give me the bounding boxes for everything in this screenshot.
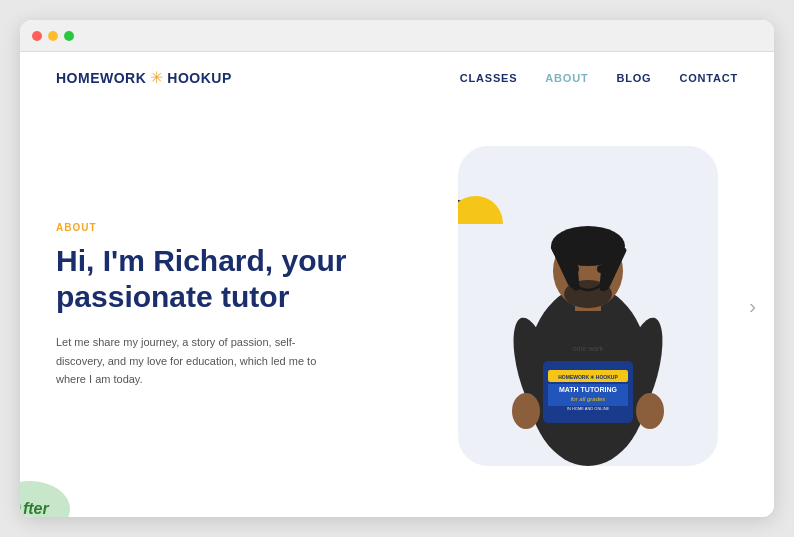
person-figure: HOMEWORK ✳ HOOKUP MATH TUTORING for all … [478, 176, 698, 466]
svg-point-23 [597, 265, 605, 273]
logo[interactable]: HOMEWORK ✳ HOOKUP [56, 68, 232, 87]
headline: Hi, I'm Richard, your passionate tutor [56, 243, 396, 315]
svg-point-3 [512, 393, 540, 429]
left-content: ABOUT Hi, I'm Richard, your passionate t… [56, 222, 396, 389]
browser-chrome [20, 20, 774, 52]
after-label: After [20, 500, 49, 517]
next-arrow-icon[interactable]: › [749, 294, 756, 317]
svg-point-4 [636, 393, 664, 429]
minimize-dot[interactable] [48, 31, 58, 41]
svg-text:IN HOME AND ONLINE: IN HOME AND ONLINE [567, 406, 610, 411]
right-content: HOMEWORK ✳ HOOKUP MATH TUTORING for all … [438, 103, 738, 508]
about-label: ABOUT [56, 222, 396, 233]
close-dot[interactable] [32, 31, 42, 41]
logo-homework: HOMEWORK [56, 70, 146, 86]
main-section: ABOUT Hi, I'm Richard, your passionate t… [20, 103, 774, 508]
svg-point-22 [571, 265, 579, 273]
svg-text:HOMEWORK ✳ HOOKUP: HOMEWORK ✳ HOOKUP [558, 374, 618, 380]
main-nav: CLASSES ABOUT BLOG CONTACT [460, 72, 738, 84]
svg-text:MATH TUTORING: MATH TUTORING [559, 386, 618, 393]
description-text: Let me share my journey, a story of pass… [56, 333, 336, 389]
svg-text:ome work: ome work [573, 345, 604, 352]
header: HOMEWORK ✳ HOOKUP CLASSES ABOUT BLOG CON… [20, 52, 774, 103]
maximize-dot[interactable] [64, 31, 74, 41]
svg-text:for all grades: for all grades [571, 396, 606, 402]
headline-line1: Hi, I'm Richard, your [56, 244, 347, 277]
logo-star-icon: ✳ [150, 68, 163, 87]
nav-contact[interactable]: CONTACT [679, 72, 738, 84]
logo-hookup: HOOKUP [167, 70, 231, 86]
nav-classes[interactable]: CLASSES [460, 72, 518, 84]
hero-image-bg: HOMEWORK ✳ HOOKUP MATH TUTORING for all … [458, 146, 718, 466]
browser-window: HOMEWORK ✳ HOOKUP CLASSES ABOUT BLOG CON… [20, 20, 774, 517]
nav-blog[interactable]: BLOG [616, 72, 651, 84]
svg-point-24 [564, 280, 612, 308]
headline-line2: passionate tutor [56, 280, 289, 313]
nav-about[interactable]: ABOUT [545, 72, 588, 84]
page-content: HOMEWORK ✳ HOOKUP CLASSES ABOUT BLOG CON… [20, 52, 774, 517]
